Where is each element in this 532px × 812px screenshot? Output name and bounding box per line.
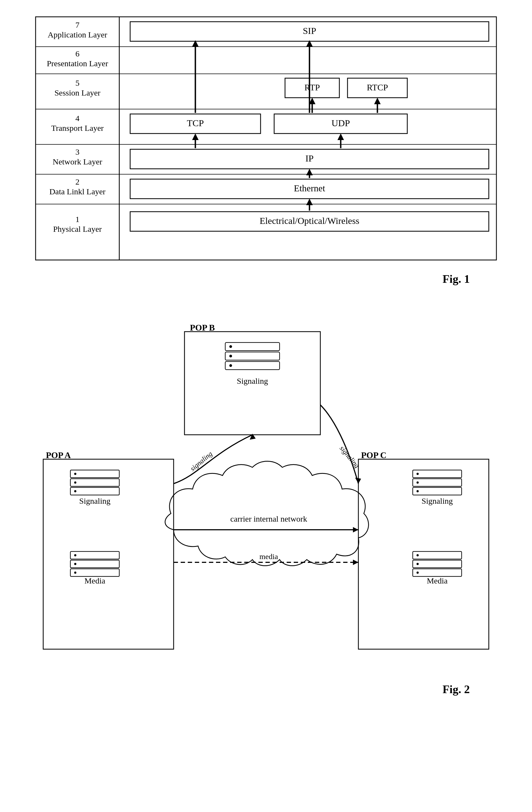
svg-text:RTP: RTP xyxy=(305,83,320,92)
svg-text:Media: Media xyxy=(427,576,448,585)
svg-text:Ethernet: Ethernet xyxy=(294,183,325,193)
svg-rect-56 xyxy=(225,343,280,351)
svg-text:carrier internal network: carrier internal network xyxy=(230,514,307,523)
svg-text:signaling: signaling xyxy=(338,444,361,469)
svg-text:4: 4 xyxy=(75,114,80,123)
figure-2: POP B Signaling POP A Signaling Media P xyxy=(35,323,497,696)
svg-rect-66 xyxy=(70,479,119,486)
svg-text:Session Layer: Session Layer xyxy=(54,88,100,97)
svg-text:Signaling: Signaling xyxy=(237,376,268,386)
svg-point-60 xyxy=(229,355,232,358)
svg-text:Physical Layer: Physical Layer xyxy=(53,224,102,233)
svg-rect-88 xyxy=(413,551,462,559)
svg-text:POP B: POP B xyxy=(190,323,215,332)
svg-marker-53 xyxy=(306,199,313,205)
fig2-caption: Fig. 2 xyxy=(35,683,470,696)
figure-1: 7 Application Layer 6 Presentation Layer… xyxy=(35,16,497,286)
svg-text:Data Linkl Layer: Data Linkl Layer xyxy=(50,187,106,196)
svg-rect-90 xyxy=(413,569,462,577)
svg-point-76 xyxy=(74,563,76,565)
svg-text:2: 2 xyxy=(75,177,80,186)
svg-rect-89 xyxy=(413,560,462,568)
svg-marker-51 xyxy=(306,169,313,175)
svg-point-59 xyxy=(229,345,232,348)
svg-text:Electrical/Optical/Wireless: Electrical/Optical/Wireless xyxy=(260,216,360,226)
svg-rect-83 xyxy=(413,488,462,495)
svg-point-68 xyxy=(74,473,76,475)
svg-text:6: 6 xyxy=(75,49,80,58)
svg-text:7: 7 xyxy=(75,20,80,29)
svg-text:POP A: POP A xyxy=(46,450,71,460)
svg-marker-98 xyxy=(355,478,361,484)
fig2-svg: POP B Signaling POP A Signaling Media P xyxy=(35,323,497,676)
svg-marker-103 xyxy=(353,560,359,565)
svg-text:UDP: UDP xyxy=(332,118,350,128)
svg-text:Signaling: Signaling xyxy=(79,496,110,505)
svg-point-85 xyxy=(417,481,419,484)
svg-marker-49 xyxy=(337,133,344,140)
svg-rect-67 xyxy=(70,488,119,495)
svg-marker-101 xyxy=(353,527,359,533)
osi-svg: 7 Application Layer 6 Presentation Layer… xyxy=(35,16,497,261)
svg-text:3: 3 xyxy=(75,147,80,156)
svg-text:media: media xyxy=(260,552,278,561)
svg-point-93 xyxy=(417,571,419,574)
svg-point-92 xyxy=(417,563,419,565)
svg-point-69 xyxy=(74,481,76,484)
svg-text:SIP: SIP xyxy=(303,26,316,36)
svg-point-86 xyxy=(417,490,419,492)
svg-rect-82 xyxy=(413,479,462,486)
svg-text:Network Layer: Network Layer xyxy=(53,157,102,166)
svg-point-77 xyxy=(74,571,76,574)
svg-marker-47 xyxy=(192,133,199,140)
svg-rect-72 xyxy=(70,551,119,559)
svg-text:Signaling: Signaling xyxy=(421,496,453,505)
svg-text:RTCP: RTCP xyxy=(367,83,388,92)
svg-text:Application Layer: Application Layer xyxy=(47,30,107,39)
svg-rect-74 xyxy=(70,569,119,577)
svg-rect-81 xyxy=(413,470,462,478)
svg-text:5: 5 xyxy=(75,78,80,87)
svg-text:IP: IP xyxy=(305,153,313,163)
svg-text:Media: Media xyxy=(84,576,106,585)
svg-point-75 xyxy=(74,554,76,556)
fig1-caption: Fig. 1 xyxy=(35,273,470,286)
svg-rect-65 xyxy=(70,470,119,478)
svg-point-61 xyxy=(229,364,232,367)
svg-marker-45 xyxy=(374,98,381,104)
svg-point-70 xyxy=(74,490,76,492)
svg-rect-58 xyxy=(225,362,280,369)
svg-text:TCP: TCP xyxy=(187,118,204,128)
svg-text:1: 1 xyxy=(75,215,80,223)
svg-rect-57 xyxy=(225,352,280,360)
svg-text:Presentation Layer: Presentation Layer xyxy=(47,59,108,68)
svg-rect-73 xyxy=(70,560,119,568)
svg-point-84 xyxy=(417,473,419,475)
svg-text:Transport Layer: Transport Layer xyxy=(51,124,103,132)
svg-point-91 xyxy=(417,554,419,556)
osi-diagram: 7 Application Layer 6 Presentation Layer… xyxy=(35,16,497,262)
svg-text:POP C: POP C xyxy=(361,450,386,460)
